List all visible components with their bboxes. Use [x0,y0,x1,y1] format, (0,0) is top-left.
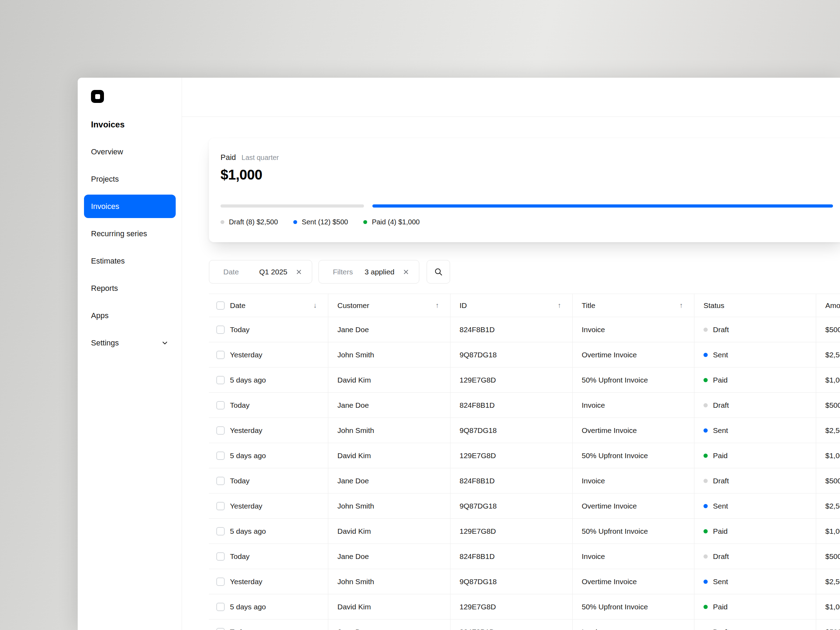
progress-bar [221,204,833,208]
table-row[interactable]: 5 days agoDavid Kim129E7G8D50% Upfront I… [209,443,840,468]
title-cell: Overtime Invoice [573,569,695,594]
id-cell: 824F8B1D [450,468,573,493]
title-cell: 50% Upfront Invoice [573,443,695,468]
amount-cell: $500 [816,619,840,630]
amount-cell: $500 [816,317,840,342]
sort-down-icon[interactable]: ↓ [313,302,317,309]
status-cell: Paid [695,443,816,468]
date-cell: Today [209,393,328,418]
table-row[interactable]: TodayJane Doe824F8B1DInvoiceDraft$500 [209,544,840,569]
row-checkbox[interactable] [216,628,225,630]
legend-label: Draft (8) $2,500 [229,218,278,226]
status-cell: Paid [695,594,816,619]
column-header-status[interactable]: Status [695,294,816,317]
sidebar-item-label: Apps [91,311,109,320]
title-cell: 50% Upfront Invoice [573,368,695,392]
date-cell: 5 days ago [209,519,328,543]
clear-filters-icon[interactable] [403,269,409,275]
row-checkbox[interactable] [216,527,225,535]
date-cell: Today [209,544,328,569]
sidebar-item-settings[interactable]: Settings [84,331,176,355]
status-badge: Draft [713,552,729,561]
row-checkbox[interactable] [216,325,225,334]
column-header-customer[interactable]: Customer↑ [328,294,450,317]
row-checkbox[interactable] [216,552,225,561]
row-checkbox[interactable] [216,401,225,409]
row-checkbox[interactable] [216,578,225,586]
status-badge: Sent [713,502,728,510]
column-label: ID [459,302,467,310]
date-filter-chip[interactable]: Date Q1 2025 [209,260,312,284]
sort-up-icon[interactable]: ↑ [436,302,439,309]
id-cell: 129E7G8D [450,368,573,392]
sidebar-item-invoices[interactable]: Invoices [84,194,176,218]
date-cell: 5 days ago [209,443,328,468]
sidebar-item-label: Invoices [91,202,119,211]
id-cell: 824F8B1D [450,393,573,418]
sort-up-icon[interactable]: ↑ [557,302,561,309]
summary-header: Paid Last quarter [221,153,833,162]
amount-cell: $2,500 [816,418,840,443]
clear-date-filter-icon[interactable] [296,269,302,275]
column-header-date[interactable]: Date↓ [209,294,328,317]
status-dot [704,353,708,357]
sidebar-item-apps[interactable]: Apps [84,304,176,327]
row-checkbox[interactable] [216,426,225,435]
table-row[interactable]: YesterdayJohn Smith9Q87DG18Overtime Invo… [209,494,840,519]
search-button[interactable] [427,260,450,284]
customer-cell: Jane Doe [328,317,450,342]
row-checkbox[interactable] [216,502,225,510]
status-dot [704,428,708,433]
title-cell: Overtime Invoice [573,342,695,367]
legend-dot [363,220,367,224]
date-cell: Today [209,468,328,493]
date-text: 5 days ago [230,603,266,611]
sidebar-item-overview[interactable]: Overview [84,140,176,163]
date-text: Today [230,552,249,561]
select-all-checkbox[interactable] [216,302,225,310]
legend: Draft (8) $2,500Sent (12) $500Paid (4) $… [221,218,833,226]
status-cell: Sent [695,418,816,443]
id-cell: 129E7G8D [450,594,573,619]
sidebar-item-projects[interactable]: Projects [84,167,176,191]
date-chip-label: Date [223,268,239,276]
row-checkbox[interactable] [216,603,225,611]
table-row[interactable]: TodayJane Doe824F8B1DInvoiceDraft$500 [209,393,840,418]
status-badge: Draft [713,628,729,630]
sort-up-icon[interactable]: ↑ [679,302,683,309]
status-dot [704,554,708,559]
customer-cell: Jane Doe [328,544,450,569]
column-header-title[interactable]: Title↑ [573,294,695,317]
filters-chip[interactable]: Filters 3 applied [319,260,419,284]
row-checkbox[interactable] [216,452,225,460]
column-header-id[interactable]: ID↑ [450,294,573,317]
row-checkbox[interactable] [216,376,225,384]
row-checkbox[interactable] [216,477,225,485]
table-row[interactable]: TodayJane Doe824F8B1DInvoiceDraft$500 [209,468,840,494]
table-row[interactable]: 5 days agoDavid Kim129E7G8D50% Upfront I… [209,368,840,393]
table-row[interactable]: TodayJane Doe824F8B1DInvoiceDraft$500 [209,619,840,630]
table-row[interactable]: 5 days agoDavid Kim129E7G8D50% Upfront I… [209,594,840,619]
id-cell: 824F8B1D [450,317,573,342]
sidebar-item-recurring-series[interactable]: Recurring series [84,222,176,245]
legend-label: Sent (12) $500 [302,218,348,226]
sidebar-item-label: Estimates [91,257,125,266]
summary-period: Last quarter [242,154,279,162]
table-row[interactable]: YesterdayJohn Smith9Q87DG18Overtime Invo… [209,569,840,594]
table-row[interactable]: YesterdayJohn Smith9Q87DG18Overtime Invo… [209,342,840,368]
status-badge: Paid [713,527,728,535]
id-cell: 824F8B1D [450,544,573,569]
date-cell: Today [209,317,328,342]
table-row[interactable]: 5 days agoDavid Kim129E7G8D50% Upfront I… [209,519,840,544]
table-row[interactable]: YesterdayJohn Smith9Q87DG18Overtime Invo… [209,418,840,443]
sidebar-item-reports[interactable]: Reports [84,276,176,300]
row-checkbox[interactable] [216,351,225,359]
status-cell: Draft [695,544,816,569]
table-row[interactable]: TodayJane Doe824F8B1DInvoiceDraft$500 [209,317,840,342]
id-cell: 824F8B1D [450,619,573,630]
status-dot [704,378,708,382]
date-text: Today [230,477,249,485]
column-header-amount[interactable]: Amount [816,294,840,317]
status-badge: Sent [713,426,728,435]
sidebar-item-estimates[interactable]: Estimates [84,249,176,273]
